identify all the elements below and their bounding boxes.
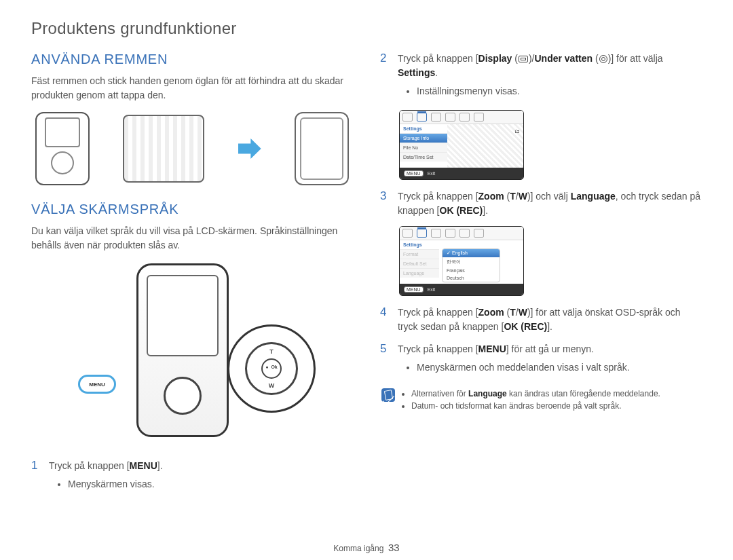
lcd-tab-icon xyxy=(431,229,441,238)
note-icon xyxy=(381,388,395,402)
lang-option-german: Deutsch xyxy=(443,274,500,282)
footer: Komma igång 33 xyxy=(31,536,702,553)
lcd-tab-icon xyxy=(445,229,455,238)
lcd-tab-icon xyxy=(474,113,484,122)
language-paragraph: Du kan välja vilket språk du vill visa p… xyxy=(31,224,353,253)
note-item-2: Datum- och tidsformat kan ändras beroend… xyxy=(411,400,660,412)
step-1-text-pre: Tryck på knappen [ xyxy=(49,460,130,471)
step-1: 1 Tryck på knappen [MENU]. Menyskärmen v… xyxy=(31,459,353,495)
strap-paragraph: Fäst remmen och stick handen genom öglan… xyxy=(31,74,353,102)
lcd-exit-key: MENU xyxy=(404,286,424,293)
heading-language: VÄLJA SKÄRMSPRÅK xyxy=(31,202,353,217)
lcd-tab-icon xyxy=(474,229,484,238)
zoom-ok-label: ● Ok xyxy=(265,365,277,369)
menu-button-callout: MENU xyxy=(78,375,116,394)
device-icon xyxy=(35,112,90,185)
step-2-bullet: Inställningsmenyn visas. xyxy=(417,84,702,99)
underwater-icon xyxy=(599,55,607,63)
lcd-settings-screenshot-2: Settings Format Default Set Language ✓ E… xyxy=(399,226,524,296)
step-5-bullet: Menyskärmen och meddelanden visas i valt… xyxy=(417,360,702,375)
lcd-tab-icon xyxy=(431,113,441,122)
lcd-tab-icon-selected xyxy=(417,113,427,122)
step-2: 2 Tryck på knappen [Display ()/Under vat… xyxy=(380,52,702,102)
lcd-settings-screenshot-1: Settings Storage Info File No Date/Time … xyxy=(399,110,524,180)
lcd-exit-label: Exit xyxy=(428,287,436,292)
note-item-1: Alternativen för Language kan ändras uta… xyxy=(411,388,660,400)
footer-page-number: 33 xyxy=(388,542,400,553)
lcd-tab-icon xyxy=(459,229,470,238)
lcd-tab-icon-selected xyxy=(417,229,427,238)
lcd-row-datetime: Date/Time Set xyxy=(400,152,447,162)
lang-option-english: ✓ English xyxy=(443,249,500,257)
zoom-wheel-magnify-icon: T ● Ok W xyxy=(227,324,316,413)
lang-option-french: Français xyxy=(443,267,500,274)
product-diagram: MENU T ● Ok W xyxy=(63,259,321,449)
lcd-exit-key: MENU xyxy=(404,170,424,176)
lcd-exit-label: Exit xyxy=(428,171,436,176)
footer-section-label: Komma igång xyxy=(333,544,383,553)
lcd-tab-icon xyxy=(445,113,455,122)
step-1-text-post: ]. xyxy=(157,460,163,471)
step-5-number: 5 xyxy=(380,342,391,378)
step-4: 4 Tryck på knappen [Zoom (T/W)] för att … xyxy=(380,305,702,334)
step-3: 3 Tryck på knappen [Zoom (T/W)] och välj… xyxy=(380,189,702,218)
lcd-row-language: Language xyxy=(400,268,439,278)
page-title: Produktens grundfunktioner xyxy=(31,19,702,38)
display-icon xyxy=(519,56,528,62)
lcd-settings-tab-label: Settings xyxy=(400,124,447,133)
step-4-number: 4 xyxy=(380,305,391,334)
lcd-row-file-no: File No xyxy=(400,143,447,152)
lcd-tab-icon xyxy=(459,113,470,122)
lcd-tab-icon xyxy=(402,113,413,122)
step-1-menu-bold: MENU xyxy=(130,460,157,471)
lcd-tab-icon xyxy=(402,229,413,238)
heading-strap: ANVÄNDA REMMEN xyxy=(31,52,353,67)
lcd-settings-tab-label: Settings xyxy=(400,240,439,249)
device-body-icon xyxy=(136,263,229,437)
lcd-row-format: Format xyxy=(400,249,439,259)
note-box: Alternativen för Language kan ändras uta… xyxy=(380,388,702,412)
lcd-row-default-set: Default Set xyxy=(400,259,439,268)
zoom-w-label: W xyxy=(269,382,275,389)
step-1-bullet: Menyskärmen visas. xyxy=(68,477,353,492)
lcd-row-storage-info: Storage Info xyxy=(400,133,447,143)
lang-option-korean: 한국어 xyxy=(443,257,500,267)
step-5: 5 Tryck på knappen [MENU] för att gå ur … xyxy=(380,342,702,378)
zoom-t-label: T xyxy=(269,348,274,355)
strap-attach-icon xyxy=(123,115,204,183)
step-1-number: 1 xyxy=(31,459,42,495)
language-popup: ✓ English 한국어 Français Deutsch xyxy=(442,248,500,282)
lcd-badge-icon: 🗂 xyxy=(514,128,520,134)
step-2-number: 2 xyxy=(380,52,391,102)
step-3-number: 3 xyxy=(380,189,391,218)
arrow-right-icon xyxy=(238,137,261,160)
device-in-hand-icon xyxy=(295,112,349,185)
strap-illustration xyxy=(31,109,353,188)
